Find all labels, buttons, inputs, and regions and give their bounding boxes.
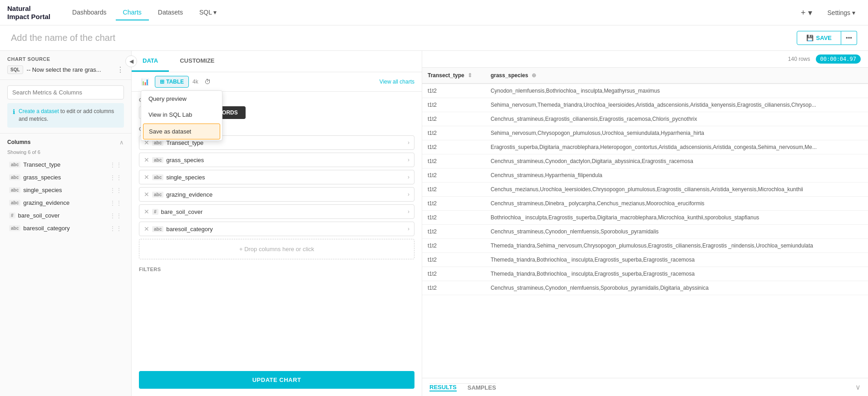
nav-charts[interactable]: Charts (116, 5, 149, 20)
info-text: Create a dataset to edit or add columns … (19, 108, 118, 123)
table-row: t1t2 Themeda_triandra,Bothriochloa_ insc… (422, 267, 868, 281)
drag-handle-icon[interactable]: ⋮⋮ (109, 199, 122, 207)
remove-col-icon[interactable]: ✕ (144, 173, 149, 181)
table-row: t1t2 Cenchrus_stramineus,Eragrostis_cili… (422, 112, 868, 126)
col-pill-chevron-icon[interactable]: › (408, 208, 409, 215)
drag-handle-icon[interactable]: ⋮⋮ (109, 212, 122, 219)
nav-dashboards[interactable]: Dashboards (65, 5, 114, 20)
sort-icon-grass: ⊕ (532, 72, 536, 79)
nav-right: + ▾ Settings ▾ (796, 5, 861, 20)
collapse-button[interactable]: ◀ (125, 55, 137, 67)
drop-area[interactable]: + Drop columns here or click (139, 239, 414, 259)
columns-list: abc Transect_type ⋮⋮ abc grass_species ⋮… (7, 158, 124, 235)
table-row: t1t2 Themeda_triandra,Sehima_nervosum,Ch… (422, 239, 868, 253)
table-row: t1t2 Cenchrus_stramineus,Cynodon_dactylo… (422, 154, 868, 168)
col-name-label: bare_soil_cover (18, 212, 107, 219)
create-dataset-link[interactable]: Create a dataset (19, 108, 59, 114)
update-chart-button[interactable]: UPDATE CHART (139, 371, 414, 389)
grass-cell: Eragrostis_superba,Digitaria_macroblepha… (485, 140, 868, 154)
remove-col-icon[interactable]: ✕ (144, 225, 149, 233)
settings-button[interactable]: Settings ▾ (822, 6, 861, 19)
add-button[interactable]: + ▾ (796, 5, 817, 20)
save-button[interactable]: 💾 SAVE (797, 31, 841, 45)
drop-placeholder: + Drop columns here or click (239, 246, 314, 252)
table-row: t1t2 Cenchrus_stramineus,Cynodon_nlemfue… (422, 225, 868, 239)
column-item: abc grass_species ⋮⋮ (7, 171, 124, 184)
col-type-badge: abc (9, 174, 20, 180)
remove-col-icon[interactable]: ✕ (144, 156, 149, 163)
samples-tab[interactable]: SAMPLES (468, 384, 496, 391)
brand-logo: Natural Impact Portal (7, 5, 50, 21)
col-header-grass[interactable]: grass_species ⊕ (485, 68, 868, 84)
drag-handle-icon[interactable]: ⋮⋮ (109, 161, 122, 168)
top-nav: Natural Impact Portal Dashboards Charts … (0, 0, 868, 25)
brand-name-line2: Impact Portal (7, 13, 50, 21)
grass-cell: Cenchus_mezianus,Urochloa_leersioides,Ch… (485, 183, 868, 197)
tab-customize[interactable]: CUSTOMIZE (169, 51, 225, 72)
nav-datasets[interactable]: Datasets (151, 5, 190, 20)
right-panel: 140 rows 00:00:04.97 Transect_type ⇕ gra… (422, 51, 868, 396)
table-view-button[interactable]: ⊞ TABLE (155, 76, 189, 88)
table-row: t1t2 Cenchrus_stramineus,Cynodon_nlemfue… (422, 281, 868, 295)
columns-header: Columns ∧ (7, 139, 124, 146)
collapse-results-icon[interactable]: ∨ (855, 383, 861, 391)
columns-collapse-icon[interactable]: ∧ (119, 139, 124, 146)
grass-cell: Cenchrus_stramineus,Dinebra_ polycarpha,… (485, 197, 868, 211)
transect-cell: t1t2 (422, 239, 485, 253)
column-item: abc single_species ⋮⋮ (7, 184, 124, 197)
col-pill: ✕ abc single_species › (139, 170, 414, 184)
transect-cell: t1t2 (422, 98, 485, 112)
transect-cell: t1t2 (422, 126, 485, 140)
column-item: abc Transect_type ⋮⋮ (7, 158, 124, 171)
results-table: Transect_type ⇕ grass_species ⊕ t1t2 Cyn… (422, 68, 868, 295)
save-icon: 💾 (806, 35, 814, 41)
tabs: ◀ DATA CUSTOMIZE (132, 51, 422, 72)
results-tabs: RESULTS SAMPLES (429, 383, 496, 391)
transect-cell: t1t2 (422, 154, 485, 168)
chart-title: Add the name of the chart (11, 33, 797, 43)
left-panel: Chart Source SQL -- Now select the rare … (0, 51, 132, 396)
view-all-link[interactable]: View all charts (380, 79, 414, 85)
transect-cell: t1t2 (422, 140, 485, 154)
nav-sql[interactable]: SQL ▾ (192, 5, 224, 20)
sql-badge: SQL (7, 65, 23, 74)
results-tab[interactable]: RESULTS (429, 384, 457, 391)
rows-count: 4k (192, 79, 198, 85)
drag-handle-icon[interactable]: ⋮⋮ (109, 174, 122, 181)
col-pill-name: single_species (166, 174, 405, 181)
grass-cell: Cenchrus_stramineus,Cynodon_nlemfuensis,… (485, 281, 868, 295)
col-header-transect[interactable]: Transect_type ⇕ (422, 68, 485, 84)
tab-data[interactable]: DATA (132, 51, 169, 72)
transect-cell: t1t2 (422, 281, 485, 295)
dropdown-query-preview[interactable]: Query preview (141, 91, 222, 107)
columns-title: Columns (7, 139, 30, 145)
col-pill-chevron-icon[interactable]: › (408, 174, 409, 180)
drag-handle-icon[interactable]: ⋮⋮ (109, 225, 122, 232)
toolbar: 📊 ⊞ TABLE 4k ⏱ View all charts Query pre… (132, 72, 422, 92)
remove-col-icon[interactable]: ✕ (144, 208, 149, 215)
more-options-button[interactable]: ••• (841, 31, 857, 45)
source-options-icon[interactable]: ⋮ (117, 65, 124, 74)
grass-cell: Sehima_nervosum,Themeda_triandra,Urochlo… (485, 98, 868, 112)
subheader: Add the name of the chart 💾 SAVE ••• (0, 25, 868, 51)
col-pill-chevron-icon[interactable]: › (408, 139, 409, 146)
col-pill-chevron-icon[interactable]: › (408, 191, 409, 198)
drag-handle-icon[interactable]: ⋮⋮ (109, 187, 122, 194)
table-row: t1t2 Bothriochloa_ insculpta,Eragrostis_… (422, 211, 868, 225)
col-pill-chevron-icon[interactable]: › (408, 226, 409, 232)
search-input[interactable] (7, 85, 124, 99)
table-row: t1t2 Cenchus_mezianus,Urochloa_leersioid… (422, 183, 868, 197)
clock-icon[interactable]: ⏱ (202, 76, 213, 88)
chart-icon[interactable]: 📊 (139, 76, 151, 88)
col-type-badge: abc (9, 200, 20, 206)
grass-cell: Sehima_nervosum,Chrysopogon_plumulosus,U… (485, 126, 868, 140)
col-pill: ✕ abc grass_species › (139, 153, 414, 167)
dropdown-view-sql[interactable]: View in SQL Lab (141, 107, 222, 123)
col-pill-chevron-icon[interactable]: › (408, 157, 409, 163)
column-item: abc baresoil_category ⋮⋮ (7, 222, 124, 235)
remove-col-icon[interactable]: ✕ (144, 191, 149, 198)
col-pill-name: baresoil_category (166, 226, 405, 233)
grass-cell: Themeda_triandra,Sehima_nervosum,Chrysop… (485, 239, 868, 253)
dropdown-save-dataset[interactable]: Save as dataset (143, 124, 220, 139)
grass-cell: Themeda_triandra,Bothriochloa_ insculpta… (485, 267, 868, 281)
